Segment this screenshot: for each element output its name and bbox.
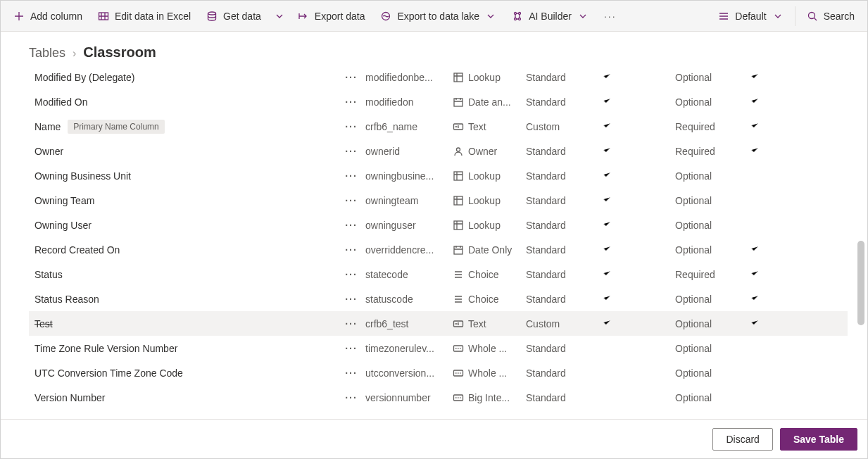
- row-more-button[interactable]: ···: [337, 146, 365, 157]
- vertical-scrollbar[interactable]: [856, 65, 866, 419]
- column-schema-name: crfb6_test: [365, 318, 453, 329]
- column-type-label: Big Inte...: [468, 392, 510, 403]
- table-row[interactable]: Status Reason···statuscodeChoiceStandard…: [29, 287, 848, 311]
- column-kind: Standard: [526, 220, 602, 231]
- more-icon: ···: [604, 11, 617, 22]
- column-kind: Standard: [526, 72, 602, 83]
- column-requirement: Optional: [675, 170, 750, 182]
- svg-point-5: [515, 18, 517, 20]
- row-more-button[interactable]: ···: [337, 269, 365, 280]
- column-schema-name: crfb6_name: [365, 121, 453, 132]
- chevron-down-icon: [772, 11, 784, 22]
- column-managed-check: [602, 244, 675, 256]
- column-display-name: Time Zone Rule Version Number: [34, 343, 177, 354]
- table-row[interactable]: Modified On···modifiedonDate an...Standa…: [29, 89, 848, 114]
- get-data-button[interactable]: Get data: [199, 4, 268, 29]
- column-schema-name: owningteam: [365, 195, 453, 206]
- ai-builder-button[interactable]: AI Builder: [505, 4, 596, 29]
- table-row[interactable]: Test···crfb6_testTextCustomOptional: [29, 311, 848, 336]
- column-requirement: Optional: [675, 343, 750, 354]
- column-type-label: Lookup: [468, 220, 501, 231]
- row-more-button[interactable]: ···: [337, 121, 365, 132]
- lookup-icon: [453, 220, 464, 231]
- number-icon: [453, 392, 464, 403]
- excel-icon: [98, 11, 109, 22]
- row-more-button[interactable]: ···: [337, 72, 365, 83]
- column-type-label: Whole ...: [468, 367, 507, 379]
- table-row[interactable]: Owning Team···owningteamLookupStandardOp…: [29, 188, 848, 213]
- column-display-name: Name: [34, 121, 61, 132]
- discard-label: Discard: [726, 434, 759, 445]
- svg-point-4: [519, 12, 521, 14]
- view-selector[interactable]: Default: [711, 4, 790, 29]
- lookup-icon: [453, 72, 464, 83]
- column-managed-check: [602, 71, 675, 83]
- scroll-thumb[interactable]: [857, 241, 864, 325]
- column-type-label: Text: [468, 318, 486, 329]
- svg-point-1: [208, 12, 216, 15]
- column-kind: Standard: [526, 294, 602, 305]
- date-icon: [453, 244, 464, 256]
- svg-point-7: [808, 12, 814, 18]
- text-icon: [453, 121, 464, 132]
- column-type: Whole ...: [453, 367, 526, 379]
- row-more-button[interactable]: ···: [337, 220, 365, 231]
- column-display-name: Status Reason: [34, 294, 99, 305]
- table-row[interactable]: NamePrimary Name Column···crfb6_nameText…: [29, 114, 848, 139]
- column-kind: Standard: [526, 244, 602, 256]
- footer: Discard Save Table: [1, 419, 867, 458]
- row-more-button[interactable]: ···: [337, 343, 365, 354]
- column-type: Choice: [453, 269, 526, 280]
- column-kind: Standard: [526, 170, 602, 182]
- svg-point-3: [515, 12, 517, 14]
- table-row[interactable]: Owning Business Unit···owningbusine...Lo…: [29, 163, 848, 188]
- edit-excel-button[interactable]: Edit data in Excel: [91, 4, 198, 29]
- column-schema-name: timezonerulev...: [365, 343, 453, 354]
- add-column-label: Add column: [30, 11, 82, 22]
- column-requirement: Required: [675, 269, 750, 280]
- column-display-name: Test: [34, 318, 53, 329]
- command-bar: Add column Edit data in Excel Get data E…: [1, 1, 867, 32]
- table-row[interactable]: Owning User···owninguserLookupStandardOp…: [29, 213, 848, 237]
- column-kind: Standard: [526, 269, 602, 280]
- row-more-button[interactable]: ···: [337, 392, 365, 403]
- export-data-button[interactable]: Export data: [291, 4, 372, 29]
- column-display-name: Owning User: [34, 220, 92, 231]
- overflow-button[interactable]: ···: [597, 4, 624, 29]
- svg-point-6: [519, 18, 521, 20]
- column-searchable-check: [750, 96, 792, 108]
- table-row[interactable]: Version Number···versionnumberBig Inte..…: [29, 385, 848, 410]
- table-row[interactable]: Time Zone Rule Version Number···timezone…: [29, 336, 848, 360]
- table-row[interactable]: Record Created On···overriddencre...Date…: [29, 237, 848, 262]
- plus-icon: [13, 11, 25, 22]
- discard-button[interactable]: Discard: [712, 428, 772, 451]
- row-more-button[interactable]: ···: [337, 318, 365, 329]
- table-row[interactable]: UTC Conversion Time Zone Code···utcconve…: [29, 360, 848, 385]
- lookup-icon: [453, 170, 464, 182]
- export-lake-button[interactable]: Export to data lake: [373, 4, 503, 29]
- save-button[interactable]: Save Table: [780, 428, 857, 451]
- column-type: Owner: [453, 146, 526, 157]
- row-more-button[interactable]: ···: [337, 195, 365, 206]
- column-schema-name: statuscode: [365, 294, 453, 305]
- get-data-chevron[interactable]: [270, 4, 289, 29]
- row-more-button[interactable]: ···: [337, 294, 365, 305]
- add-column-button[interactable]: Add column: [6, 4, 89, 29]
- column-type-label: Text: [468, 121, 486, 132]
- row-more-button[interactable]: ···: [337, 96, 365, 108]
- row-more-button[interactable]: ···: [337, 170, 365, 182]
- table-row[interactable]: Owner···owneridOwnerStandardRequired: [29, 139, 848, 163]
- primary-name-badge: Primary Name Column: [68, 120, 164, 134]
- search-button[interactable]: Search: [800, 4, 862, 29]
- table-row[interactable]: Modified By (Delegate)···modifiedonbe...…: [29, 65, 848, 89]
- breadcrumb-root[interactable]: Tables: [29, 46, 65, 61]
- table-row[interactable]: Status···statecodeChoiceStandardRequired: [29, 262, 848, 287]
- column-type-label: Owner: [468, 146, 497, 157]
- column-managed-check: [602, 317, 675, 329]
- column-schema-name: overriddencre...: [365, 244, 453, 256]
- row-more-button[interactable]: ···: [337, 367, 365, 379]
- column-type: Lookup: [453, 195, 526, 206]
- column-type: Lookup: [453, 72, 526, 83]
- column-type: Date an...: [453, 96, 526, 108]
- row-more-button[interactable]: ···: [337, 244, 365, 256]
